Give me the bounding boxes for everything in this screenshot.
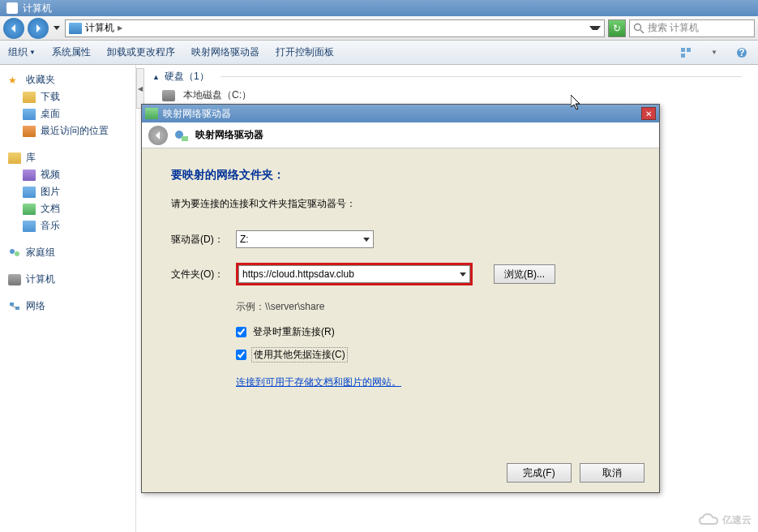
disk-icon bbox=[162, 90, 175, 101]
computer-icon bbox=[8, 274, 21, 285]
map-drive-dialog: 映射网络驱动器 ✕ 映射网络驱动器 要映射的网络文件夹： 请为要连接的连接和文件… bbox=[141, 104, 660, 493]
sidebar-item-desktop[interactable]: 桌面 bbox=[0, 105, 135, 122]
svg-point-7 bbox=[10, 249, 15, 254]
forward-button[interactable] bbox=[28, 18, 49, 39]
sidebar-item-pictures[interactable]: 图片 bbox=[0, 183, 135, 200]
sidebar-computer[interactable]: 计算机 bbox=[0, 271, 135, 288]
search-icon bbox=[633, 23, 645, 34]
folder-combobox[interactable] bbox=[238, 265, 470, 283]
dialog-heading: 要映射的网络文件夹： bbox=[171, 168, 630, 182]
dialog-header: 映射网络驱动器 bbox=[142, 122, 659, 148]
cancel-button[interactable]: 取消 bbox=[580, 463, 645, 483]
nav-bar: 计算机 ▶ ↻ 搜索 计算机 bbox=[0, 16, 758, 41]
close-button[interactable]: ✕ bbox=[641, 107, 656, 120]
search-box[interactable]: 搜索 计算机 bbox=[629, 19, 755, 37]
sidebar-network[interactable]: 网络 bbox=[0, 298, 135, 315]
desktop-icon bbox=[23, 109, 36, 120]
address-dropdown[interactable] bbox=[589, 26, 601, 30]
drive-icon bbox=[145, 108, 158, 119]
storage-link[interactable]: 连接到可用于存储文档和图片的网站。 bbox=[236, 375, 630, 389]
svg-point-0 bbox=[635, 24, 641, 30]
finish-button[interactable]: 完成(F) bbox=[507, 463, 572, 483]
reconnect-checkbox[interactable] bbox=[236, 327, 246, 337]
app-icon bbox=[6, 2, 18, 14]
toolbar: 组织▼ 系统属性 卸载或更改程序 映射网络驱动器 打开控制面板 ▼ ? bbox=[0, 41, 758, 65]
reconnect-label[interactable]: 登录时重新连接(R) bbox=[251, 325, 336, 339]
dialog-description: 请为要连接的连接和文件夹指定驱动器号： bbox=[171, 197, 630, 211]
sidebar-item-music[interactable]: 音乐 bbox=[0, 217, 135, 234]
dialog-body: 要映射的网络文件夹： 请为要连接的连接和文件夹指定驱动器号： 驱动器(D)： Z… bbox=[142, 148, 659, 409]
library-icon bbox=[8, 152, 21, 164]
window-titlebar: 计算机 bbox=[0, 0, 758, 16]
folder-input[interactable] bbox=[242, 268, 460, 280]
svg-point-8 bbox=[15, 251, 19, 256]
svg-text:?: ? bbox=[739, 47, 744, 58]
system-properties[interactable]: 系统属性 bbox=[52, 45, 91, 59]
refresh-button[interactable]: ↻ bbox=[608, 19, 626, 37]
svg-line-1 bbox=[640, 30, 644, 33]
sidebar: ★ 收藏夹 下载 桌面 最近访问的位置 库 视频 图片 文档 音乐 家庭组 bbox=[0, 65, 136, 532]
view-options-icon[interactable] bbox=[679, 45, 695, 61]
video-icon bbox=[23, 169, 36, 181]
sidebar-favorites[interactable]: ★ 收藏夹 bbox=[0, 71, 135, 88]
sidebar-item-recent[interactable]: 最近访问的位置 bbox=[0, 122, 135, 139]
star-icon: ★ bbox=[8, 75, 21, 86]
sidebar-item-documents[interactable]: 文档 bbox=[0, 200, 135, 217]
sidebar-item-downloads[interactable]: 下载 bbox=[0, 88, 135, 105]
dialog-titlebar[interactable]: 映射网络驱动器 ✕ bbox=[142, 105, 659, 122]
browse-button[interactable]: 浏览(B)... bbox=[494, 264, 555, 284]
back-button[interactable] bbox=[3, 18, 24, 39]
sidebar-homegroup[interactable]: 家庭组 bbox=[0, 244, 135, 261]
collapse-sidebar-button[interactable]: ◀ bbox=[136, 68, 144, 109]
drive-label: 驱动器(D)： bbox=[171, 233, 226, 247]
recent-icon bbox=[23, 126, 36, 137]
svg-rect-13 bbox=[182, 136, 188, 141]
dialog-back-button[interactable] bbox=[148, 126, 168, 145]
svg-rect-2 bbox=[681, 48, 685, 52]
other-creds-checkbox[interactable] bbox=[236, 350, 246, 360]
disk-section-header[interactable]: ▲硬盘（1） bbox=[152, 70, 742, 84]
help-icon[interactable]: ? bbox=[734, 45, 750, 61]
watermark: 亿速云 bbox=[698, 513, 752, 527]
dialog-header-title: 映射网络驱动器 bbox=[195, 128, 263, 142]
uninstall-programs[interactable]: 卸载或更改程序 bbox=[107, 45, 175, 59]
document-icon bbox=[23, 204, 36, 215]
dialog-title: 映射网络驱动器 bbox=[163, 107, 636, 121]
history-dropdown[interactable] bbox=[52, 20, 62, 36]
dialog-footer: 完成(F) 取消 bbox=[507, 463, 645, 483]
computer-icon bbox=[69, 23, 82, 34]
drive-select[interactable]: Z: bbox=[236, 230, 374, 248]
picture-icon bbox=[23, 187, 36, 198]
address-text: 计算机 bbox=[85, 21, 114, 35]
folder-icon bbox=[23, 92, 36, 103]
music-icon bbox=[23, 221, 36, 232]
address-bar[interactable]: 计算机 ▶ bbox=[65, 19, 605, 37]
cloud-icon bbox=[698, 513, 719, 527]
other-creds-label[interactable]: 使用其他凭据连接(C) bbox=[251, 347, 348, 363]
open-control-panel[interactable]: 打开控制面板 bbox=[276, 45, 334, 59]
search-placeholder: 搜索 计算机 bbox=[648, 21, 699, 35]
sidebar-item-video[interactable]: 视频 bbox=[0, 166, 135, 183]
folder-label: 文件夹(O)： bbox=[171, 268, 226, 281]
svg-rect-9 bbox=[10, 302, 14, 306]
window-title: 计算机 bbox=[23, 2, 52, 15]
map-network-drive[interactable]: 映射网络驱动器 bbox=[191, 45, 259, 59]
organize-menu[interactable]: 组织▼ bbox=[8, 45, 36, 59]
homegroup-icon bbox=[8, 247, 21, 259]
sidebar-libraries[interactable]: 库 bbox=[0, 149, 135, 166]
svg-rect-3 bbox=[687, 48, 691, 52]
example-text: 示例：\\server\share bbox=[236, 300, 630, 314]
globe-drive-icon bbox=[174, 129, 189, 142]
network-icon bbox=[8, 301, 21, 312]
svg-rect-4 bbox=[681, 54, 685, 58]
